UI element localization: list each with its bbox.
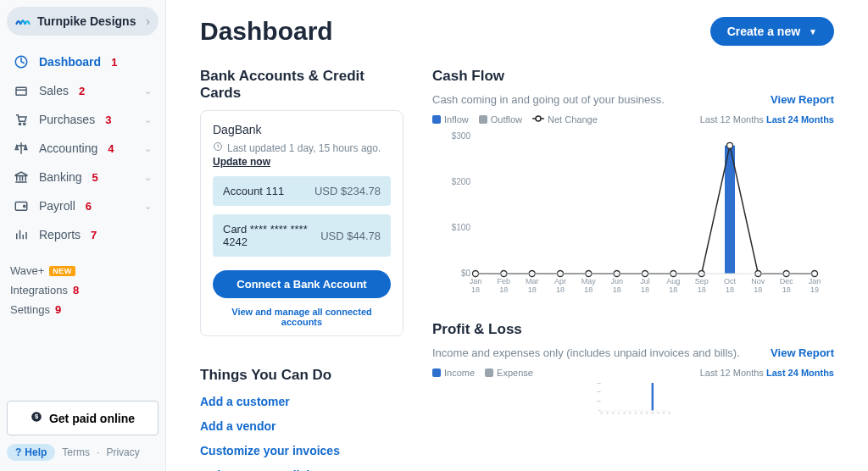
sidebar-item-reports[interactable]: Reports 7 bbox=[3, 220, 162, 249]
svg-text:Nov: Nov bbox=[657, 411, 659, 413]
cashflow-chart: $0$100$200$300Jan18Feb18Mar18Apr18May18J… bbox=[432, 128, 834, 297]
chevron-down-icon: ⌄ bbox=[144, 114, 152, 125]
sidebar-item-integrations[interactable]: Integrations 8 bbox=[10, 280, 155, 300]
help-icon: ? bbox=[15, 446, 21, 458]
svg-text:18: 18 bbox=[612, 413, 614, 414]
svg-text:18: 18 bbox=[601, 413, 603, 414]
section-title-cashflow: Cash Flow bbox=[432, 68, 834, 85]
nav-label: Purchases bbox=[39, 113, 95, 126]
privacy-link[interactable]: Privacy bbox=[106, 446, 139, 458]
svg-text:May: May bbox=[581, 277, 597, 285]
sidebar-item-accounting[interactable]: Accounting 4 ⌄ bbox=[3, 134, 162, 163]
scale-icon bbox=[14, 141, 29, 156]
svg-rect-41 bbox=[725, 146, 735, 274]
get-paid-button[interactable]: $ Get paid online bbox=[7, 401, 159, 435]
link-customize-invoices[interactable]: Customize your invoices bbox=[200, 444, 403, 457]
section-title-things: Things You Can Do bbox=[200, 367, 403, 384]
clock-icon bbox=[213, 141, 223, 154]
new-badge: NEW bbox=[49, 266, 75, 276]
manage-accounts-link[interactable]: View and manage all connected accounts bbox=[213, 307, 391, 327]
svg-text:18: 18 bbox=[618, 413, 620, 414]
chevron-right-icon: › bbox=[146, 14, 150, 28]
account-row[interactable]: Account 111 USD $234.78 bbox=[213, 176, 391, 206]
cart-icon bbox=[14, 112, 29, 127]
svg-text:18: 18 bbox=[669, 285, 677, 294]
nav-label: Reports bbox=[39, 228, 81, 241]
svg-text:19: 19 bbox=[810, 285, 819, 294]
svg-text:Jan: Jan bbox=[668, 411, 670, 413]
svg-text:$200: $200 bbox=[597, 391, 601, 392]
svg-text:Jun: Jun bbox=[610, 277, 623, 285]
bank-card: DagBank Last updated 1 day, 15 hours ago… bbox=[200, 110, 403, 336]
svg-point-5 bbox=[24, 205, 25, 207]
svg-text:Jan: Jan bbox=[470, 277, 482, 285]
sidebar-item-sales[interactable]: Sales 2 ⌄ bbox=[3, 76, 162, 105]
sidebar-item-purchases[interactable]: Purchases 3 ⌄ bbox=[3, 105, 162, 134]
svg-text:18: 18 bbox=[646, 413, 648, 414]
legend-netchange: Net Change bbox=[532, 114, 598, 125]
svg-text:Apr: Apr bbox=[554, 277, 566, 285]
svg-text:Jul: Jul bbox=[635, 411, 637, 413]
connect-bank-button[interactable]: Connect a Bank Account bbox=[213, 270, 391, 298]
legend-income: Income bbox=[432, 368, 475, 378]
svg-point-51 bbox=[727, 142, 733, 148]
svg-rect-1 bbox=[16, 87, 26, 95]
account-row[interactable]: Card **** **** **** 4242 USD $44.78 bbox=[213, 214, 391, 257]
svg-text:18: 18 bbox=[635, 413, 637, 414]
help-button[interactable]: ? Help bbox=[7, 444, 55, 461]
svg-text:Jan: Jan bbox=[809, 277, 821, 285]
svg-text:Dec: Dec bbox=[663, 411, 665, 413]
svg-text:Nov: Nov bbox=[751, 277, 765, 285]
svg-text:19: 19 bbox=[669, 413, 670, 414]
svg-point-2 bbox=[19, 123, 20, 125]
link-add-vendor[interactable]: Add a vendor bbox=[200, 419, 403, 433]
svg-text:Oct: Oct bbox=[724, 277, 737, 285]
svg-text:Sep: Sep bbox=[646, 411, 648, 413]
sidebar-item-waveplus[interactable]: Wave+ NEW bbox=[10, 261, 155, 280]
cashflow-view-report[interactable]: View Report bbox=[771, 93, 834, 106]
svg-text:18: 18 bbox=[641, 285, 649, 294]
svg-text:$300: $300 bbox=[597, 382, 601, 384]
nav-label: Payroll bbox=[39, 199, 75, 213]
dashboard-icon bbox=[14, 54, 29, 69]
svg-text:Mar: Mar bbox=[526, 277, 539, 285]
profitloss-view-report[interactable]: View Report bbox=[771, 346, 834, 359]
wave-logo-icon bbox=[15, 14, 31, 29]
svg-text:18: 18 bbox=[606, 413, 608, 414]
timeframe-24m[interactable]: Last 24 Months bbox=[766, 368, 834, 378]
nav-label: Banking bbox=[39, 170, 82, 184]
svg-text:18: 18 bbox=[623, 413, 625, 414]
svg-text:18: 18 bbox=[584, 285, 593, 294]
timeframe-12m[interactable]: Last 12 Months bbox=[700, 114, 764, 125]
nav-label: Accounting bbox=[39, 141, 97, 155]
net-marker-icon bbox=[532, 114, 544, 125]
sidebar-item-dashboard[interactable]: Dashboard 1 bbox=[3, 47, 162, 76]
update-now-link[interactable]: Update now bbox=[213, 156, 270, 168]
terms-link[interactable]: Terms bbox=[62, 446, 90, 458]
svg-text:Feb: Feb bbox=[498, 277, 511, 285]
timeframe-24m[interactable]: Last 24 Months bbox=[766, 114, 834, 125]
create-new-button[interactable]: Create a new ▼ bbox=[710, 17, 834, 46]
svg-text:$200: $200 bbox=[452, 177, 471, 186]
svg-rect-86 bbox=[652, 383, 654, 410]
caret-down-icon: ▼ bbox=[809, 27, 817, 36]
svg-text:18: 18 bbox=[528, 285, 537, 294]
svg-text:$100: $100 bbox=[452, 223, 471, 232]
svg-text:Jun: Jun bbox=[629, 411, 632, 413]
profitloss-chart: $0$100$200$300Jan18Feb18Mar18Apr18May18J… bbox=[432, 381, 834, 415]
svg-text:Apr: Apr bbox=[617, 411, 620, 413]
link-add-customer[interactable]: Add a customer bbox=[200, 395, 403, 408]
svg-text:$100: $100 bbox=[597, 400, 601, 402]
svg-text:18: 18 bbox=[782, 285, 791, 294]
svg-point-3 bbox=[24, 123, 25, 125]
bar-chart-icon bbox=[14, 227, 29, 242]
org-selector[interactable]: Turnpike Designs › bbox=[7, 7, 159, 36]
sidebar-item-payroll[interactable]: Payroll 6 ⌄ bbox=[3, 191, 162, 220]
timeframe-12m[interactable]: Last 12 Months bbox=[700, 368, 764, 378]
nav-label: Dashboard bbox=[39, 55, 101, 69]
legend-outflow: Outflow bbox=[479, 114, 522, 125]
sidebar-item-settings[interactable]: Settings 9 bbox=[10, 300, 155, 319]
svg-text:Dec: Dec bbox=[780, 277, 794, 285]
sidebar-item-banking[interactable]: Banking 5 ⌄ bbox=[3, 163, 162, 191]
svg-text:18: 18 bbox=[613, 285, 621, 294]
